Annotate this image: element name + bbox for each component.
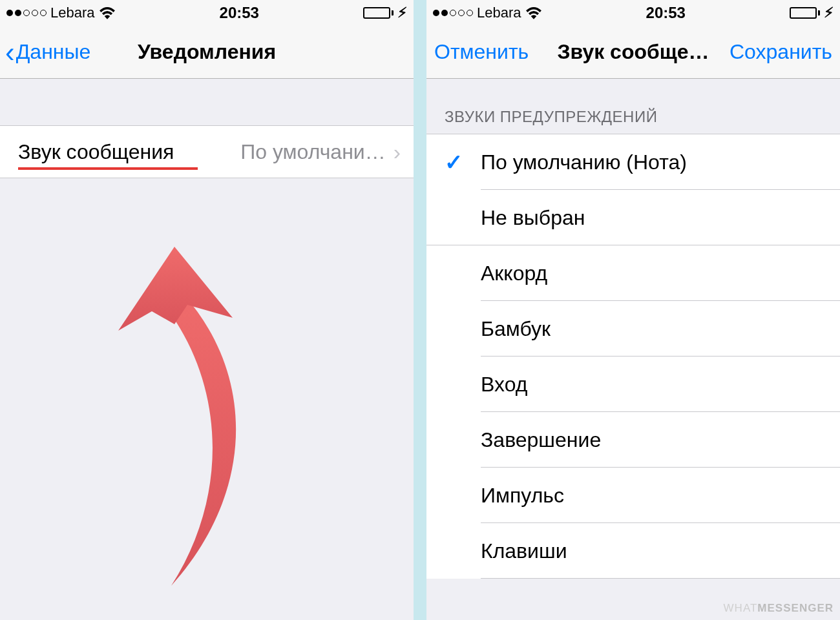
sound-option[interactable]: Вход <box>426 356 840 412</box>
wifi-icon <box>99 6 116 19</box>
page-title: Звук сообще… <box>557 40 709 64</box>
sound-option[interactable]: Импульс <box>426 468 840 523</box>
sound-option[interactable]: ✓По умолчанию (Нота) <box>426 134 840 190</box>
carrier-label: Lebara <box>477 5 521 21</box>
sound-option-label: Импульс <box>481 484 564 508</box>
status-bar: Lebara 20:53 ⚡︎ <box>0 0 414 26</box>
section-header: ЗВУКИ ПРЕДУПРЕЖДЕНИЙ <box>426 79 840 134</box>
sound-option-label: По умолчанию (Нота) <box>481 150 687 174</box>
sound-option-label: Завершение <box>481 428 601 452</box>
sound-option[interactable]: Завершение <box>426 412 840 468</box>
back-button[interactable]: ‹ Данные <box>5 40 90 64</box>
sound-option-label: Аккорд <box>481 262 547 285</box>
right-screen: Lebara 20:53 ⚡︎ Отменить Звук сообще… Со… <box>426 0 840 620</box>
screens-divider <box>414 0 426 620</box>
battery-icon <box>790 7 820 19</box>
checkmark-icon: ✓ <box>445 149 481 175</box>
status-bar: Lebara 20:53 ⚡︎ <box>426 0 840 26</box>
signal-strength-icon <box>433 10 473 16</box>
page-title: Уведомления <box>138 40 276 64</box>
signal-strength-icon <box>6 10 47 16</box>
annotation-arrow <box>87 247 268 602</box>
back-label: Данные <box>16 40 91 64</box>
cell-value: По умолчани… <box>182 140 385 164</box>
sound-option[interactable]: Бамбук <box>426 301 840 356</box>
clock: 20:53 <box>220 4 259 22</box>
cancel-button[interactable]: Отменить <box>434 40 529 64</box>
sound-option-label: Вход <box>481 373 527 397</box>
charging-icon: ⚡︎ <box>397 5 407 21</box>
nav-bar: Отменить Звук сообще… Сохранить <box>426 26 840 79</box>
sound-option-label: Клавиши <box>481 539 567 563</box>
carrier-label: Lebara <box>50 5 95 21</box>
battery-icon <box>363 7 394 19</box>
clock: 20:53 <box>646 4 686 22</box>
sound-option[interactable]: Не выбран <box>426 190 840 245</box>
annotation-underline <box>18 167 198 170</box>
sound-option-label: Не выбран <box>481 206 585 230</box>
message-sound-cell[interactable]: Звук сообщения По умолчани… › <box>0 125 414 178</box>
left-screen: Lebara 20:53 ⚡︎ ‹ Данные Уведомления <box>0 0 414 620</box>
cell-label: Звук сообщения <box>18 140 174 164</box>
sound-option[interactable]: Аккорд <box>426 245 840 301</box>
chevron-left-icon: ‹ <box>5 41 15 63</box>
sound-option[interactable]: Клавиши <box>426 523 840 579</box>
save-button[interactable]: Сохранить <box>730 40 832 64</box>
watermark: WHATMESSENGER <box>724 602 834 615</box>
charging-icon: ⚡︎ <box>824 5 834 21</box>
wifi-icon <box>525 6 542 19</box>
nav-bar: ‹ Данные Уведомления <box>0 26 414 79</box>
sound-list: ✓По умолчанию (Нота)Не выбранАккордБамбу… <box>426 134 840 579</box>
sound-option-label: Бамбук <box>481 317 551 341</box>
chevron-right-icon: › <box>394 140 401 165</box>
